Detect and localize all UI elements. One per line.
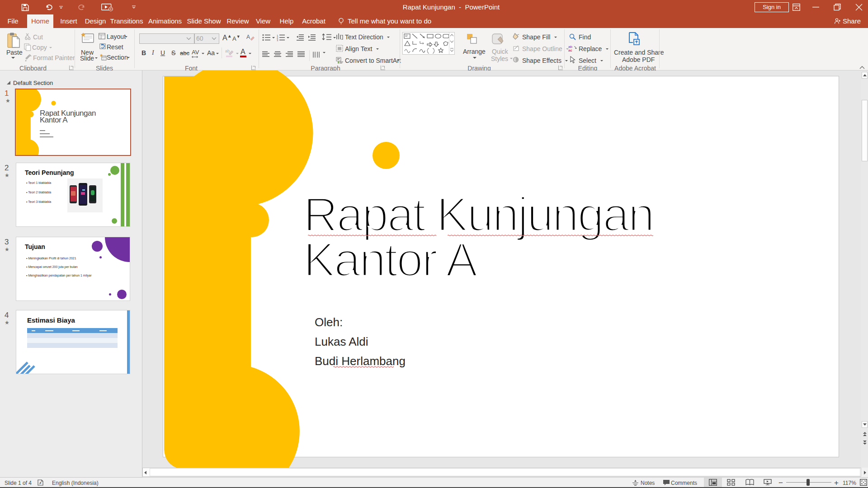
svg-text:3: 3: [277, 39, 278, 41]
svg-text:ac: ac: [568, 48, 572, 52]
svg-text:✗: ✗: [39, 481, 42, 485]
svg-text:A: A: [246, 34, 250, 40]
svg-text:ab: ab: [225, 49, 230, 53]
